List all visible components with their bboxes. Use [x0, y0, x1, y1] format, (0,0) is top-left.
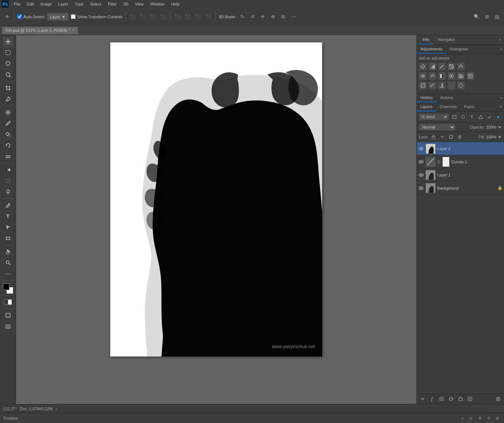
timeline-menu-btn[interactable]: ≡	[459, 415, 466, 422]
eyedropper-tool[interactable]	[3, 94, 13, 104]
layer-filter-active[interactable]: ●	[495, 113, 502, 121]
timeline-fx-btn[interactable]: fx	[467, 415, 475, 422]
3d-pan-icon[interactable]: ✛	[259, 13, 267, 21]
eraser-tool[interactable]	[3, 151, 13, 161]
extra-screen-btn[interactable]	[3, 321, 13, 332]
3d-scale-icon[interactable]: ⊞	[279, 13, 287, 21]
fill-arrow[interactable]: ▼	[498, 135, 502, 139]
layer-item-layer1[interactable]: Layer 1	[417, 168, 504, 182]
hsl-adj-icon[interactable]	[419, 72, 427, 80]
auto-select-checkbox[interactable]	[17, 14, 22, 19]
menu-edit[interactable]: Edit	[24, 1, 37, 7]
colorlookup-adj-icon[interactable]	[466, 72, 474, 80]
history-brush-tool[interactable]	[3, 140, 13, 150]
tab-paths[interactable]: Paths	[461, 103, 478, 111]
menu-select[interactable]: Select	[87, 1, 104, 7]
timeline-mask-btn[interactable]: ⊘	[485, 415, 492, 422]
delete-layer-btn[interactable]	[495, 395, 502, 403]
3d-rotate-icon[interactable]: ↻	[238, 13, 246, 21]
layer2-visibility[interactable]	[418, 146, 424, 152]
bw-adj-icon[interactable]	[438, 72, 446, 80]
selectivecolor-adj-icon[interactable]	[457, 81, 465, 89]
distribute-horiz-icon[interactable]: ⬛	[204, 13, 212, 21]
path-select-tool[interactable]	[3, 222, 13, 232]
shape-tool[interactable]	[3, 233, 13, 243]
marquee-tool[interactable]	[3, 47, 13, 58]
tab-channels[interactable]: Channels	[436, 103, 460, 111]
hand-tool[interactable]	[3, 247, 13, 257]
curves1-visibility[interactable]	[418, 159, 424, 165]
menu-help[interactable]: Help	[168, 1, 183, 7]
tab-actions[interactable]: Actions	[436, 94, 457, 102]
tab-layers[interactable]: Layers	[417, 103, 436, 111]
tab-info[interactable]: Info	[418, 35, 434, 45]
tab-adjustments[interactable]: Adjustments	[417, 45, 446, 54]
pen-tool[interactable]	[3, 200, 13, 210]
spot-heal-tool[interactable]	[3, 107, 13, 118]
menu-filter[interactable]: Filter	[105, 1, 119, 7]
blur-tool[interactable]	[3, 176, 13, 186]
lasso-tool[interactable]	[3, 58, 13, 69]
quick-mask-btn[interactable]	[3, 297, 13, 307]
quick-select-tool[interactable]	[3, 69, 13, 80]
background-visibility[interactable]	[418, 185, 424, 191]
layer-select-dropdown[interactable]: Layer ▼	[47, 13, 69, 21]
more-tools[interactable]: ⋯	[3, 268, 13, 279]
opacity-arrow[interactable]: ▼	[498, 125, 502, 129]
align-right-icon[interactable]: ⬛	[149, 13, 157, 21]
tab-close-button[interactable]: ×	[72, 28, 75, 32]
channelmixer-adj-icon[interactable]	[457, 72, 465, 80]
zoom-tool[interactable]	[3, 258, 13, 268]
layer1-visibility[interactable]	[418, 172, 424, 178]
layer-type-filter[interactable]: T	[468, 113, 476, 121]
menu-window[interactable]: Window	[147, 1, 167, 7]
levels-adj-icon[interactable]	[428, 62, 436, 70]
distribute-vcenter-icon[interactable]: ⬛	[184, 13, 192, 21]
layer-shape-filter[interactable]	[477, 113, 484, 121]
blend-mode-select[interactable]: Normal Multiply Screen Overlay	[419, 123, 455, 131]
layer-item-background[interactable]: Background 🔒	[417, 182, 504, 195]
brush-tool[interactable]	[3, 118, 13, 129]
align-center-icon[interactable]: ⬛	[139, 13, 147, 21]
lock-all-btn[interactable]	[456, 133, 463, 141]
menu-3d[interactable]: 3D	[121, 1, 131, 7]
timeline-channel-btn[interactable]: ⊕	[476, 415, 484, 422]
tab-history[interactable]: History	[417, 94, 436, 102]
3d-slide-icon[interactable]: ⊕	[269, 13, 277, 21]
layer-pixel-filter[interactable]	[451, 113, 458, 121]
layer-item-curves1[interactable]: ⛓ Curves 1	[417, 155, 504, 168]
curves-adj-icon[interactable]	[438, 62, 446, 70]
crop-tool[interactable]	[3, 83, 13, 93]
photofilter-adj-icon[interactable]	[447, 72, 455, 80]
gradientmap-adj-icon[interactable]	[447, 81, 455, 89]
tab-histogram[interactable]: Histogram	[446, 45, 472, 54]
layer-smart-filter[interactable]	[486, 113, 493, 121]
layer-item-layer2[interactable]: Layer 2	[417, 142, 504, 155]
threshold-adj-icon[interactable]	[438, 81, 446, 89]
move-tool[interactable]	[3, 37, 13, 47]
distribute-top-icon[interactable]: ⬛	[173, 13, 182, 21]
new-group-btn[interactable]	[457, 395, 464, 403]
adjustments-expand-icon[interactable]: ≡	[499, 45, 504, 54]
3d-roll-icon[interactable]: ↺	[248, 13, 256, 21]
layers-expand-icon[interactable]: ≡	[497, 103, 504, 111]
align-left-icon[interactable]: ⬛	[129, 13, 137, 21]
color-picker-area[interactable]	[3, 283, 13, 294]
dodge-tool[interactable]	[3, 187, 13, 197]
exposure-adj-icon[interactable]	[447, 62, 455, 70]
link-layers-btn[interactable]	[419, 395, 426, 403]
menu-type[interactable]: Type	[72, 1, 87, 7]
toolbar-more[interactable]: ⋯	[289, 13, 297, 21]
menu-layer[interactable]: Layer	[55, 1, 71, 7]
search-icon[interactable]: 🔍	[473, 13, 481, 21]
vibrance-adj-icon[interactable]	[457, 62, 465, 70]
lock-position-btn[interactable]	[439, 133, 446, 141]
menu-file[interactable]: File	[11, 1, 23, 7]
screen-mode-btn[interactable]	[3, 310, 13, 321]
lock-artboard-btn[interactable]	[447, 133, 455, 141]
transform-checkbox[interactable]	[71, 14, 76, 19]
distribute-bottom-icon[interactable]: ⬛	[194, 13, 202, 21]
gradient-tool[interactable]	[3, 165, 13, 175]
add-mask-btn[interactable]	[438, 395, 445, 403]
move-tool-active[interactable]: ✛	[3, 13, 11, 21]
